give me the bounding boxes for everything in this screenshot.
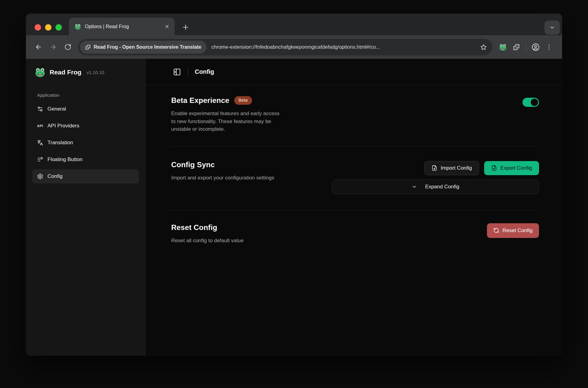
reload-button[interactable] bbox=[60, 40, 75, 55]
config-sync-actions: Import Config Export Config Expand Confi… bbox=[332, 161, 539, 194]
api-icon: API bbox=[37, 124, 43, 128]
sidebar: Read Frog v1.10.10 Application General A… bbox=[26, 59, 145, 356]
extensions-button[interactable] bbox=[510, 40, 523, 55]
extension-name-chip[interactable]: Read Frog - Open Source Immersive Transl… bbox=[80, 41, 206, 54]
extension-chip-label: Read Frog - Open Source Immersive Transl… bbox=[94, 44, 201, 50]
sidebar-item-label: General bbox=[47, 106, 66, 112]
chevron-down-icon bbox=[549, 24, 555, 31]
sidebar-nav: General API API Providers Translation Fl… bbox=[32, 102, 139, 183]
export-config-label: Export Config bbox=[500, 165, 532, 171]
page-header: Config bbox=[145, 59, 562, 85]
sidebar-item-api-providers[interactable]: API API Providers bbox=[32, 119, 139, 133]
languages-icon bbox=[37, 140, 43, 146]
toggle-knob bbox=[531, 99, 538, 106]
sidebar-item-floating-button[interactable]: Floating Button bbox=[32, 153, 139, 167]
beta-experience-description: Enable experimental features and early a… bbox=[171, 110, 285, 133]
browser-toolbar: Read Frog - Open Source Immersive Transl… bbox=[26, 35, 562, 59]
toolbar-right-cluster bbox=[496, 40, 556, 55]
browser-window: Options | Read Frog Read Frog - Open Sou… bbox=[26, 14, 562, 356]
back-button[interactable] bbox=[31, 40, 46, 55]
beta-experience-section: Beta Experience Beta Enable experimental… bbox=[171, 85, 539, 146]
config-sync-text: Config Sync Import and export your confi… bbox=[171, 160, 274, 182]
reset-config-text: Reset Config Reset all config to default… bbox=[171, 223, 243, 245]
settings-content: Beta Experience Beta Enable experimental… bbox=[145, 85, 562, 257]
frog-favicon-icon bbox=[74, 23, 81, 30]
browser-menu-button[interactable] bbox=[542, 40, 556, 55]
sidebar-item-label: Translation bbox=[47, 140, 73, 146]
panel-collapse-icon[interactable] bbox=[173, 68, 181, 76]
minimize-window-button[interactable] bbox=[45, 24, 51, 31]
bookmark-star-icon[interactable] bbox=[480, 44, 487, 51]
app-version: v1.10.10 bbox=[87, 70, 104, 75]
tab-search-button[interactable] bbox=[545, 21, 560, 35]
file-up-icon bbox=[491, 165, 497, 171]
sidebar-item-config[interactable]: Config bbox=[32, 169, 139, 183]
sidebar-item-translation[interactable]: Translation bbox=[32, 136, 139, 150]
tab-close-icon[interactable] bbox=[164, 24, 170, 29]
sidebar-item-label: Config bbox=[47, 173, 62, 179]
sliders-icon bbox=[37, 106, 43, 112]
import-config-label: Import Config bbox=[441, 165, 472, 171]
floating-button-icon bbox=[37, 156, 43, 163]
beta-experience-text: Beta Experience Beta Enable experimental… bbox=[171, 96, 285, 133]
url-text: chrome-extension://fnfedoabnchafgkeeponm… bbox=[211, 44, 480, 50]
expand-config-button[interactable]: Expand Config bbox=[332, 179, 539, 194]
browser-tab[interactable]: Options | Read Frog bbox=[69, 18, 175, 35]
export-config-button[interactable]: Export Config bbox=[484, 161, 539, 175]
file-down-icon bbox=[432, 165, 437, 171]
main-panel: Config Beta Experience Beta Enable exper… bbox=[145, 59, 562, 356]
read-frog-logo-icon bbox=[35, 67, 46, 78]
gear-icon bbox=[37, 173, 43, 179]
page-title: Config bbox=[195, 68, 214, 75]
beta-experience-title: Beta Experience bbox=[171, 96, 229, 105]
fullscreen-window-button[interactable] bbox=[55, 24, 62, 31]
sidebar-item-label: Floating Button bbox=[47, 156, 82, 163]
app-name: Read Frog bbox=[50, 69, 81, 76]
config-sync-description: Import and export your configuration set… bbox=[171, 174, 274, 182]
sidebar-section-label: Application bbox=[37, 92, 139, 98]
beta-experience-toggle[interactable] bbox=[522, 98, 539, 107]
extension-options-page: Read Frog v1.10.10 Application General A… bbox=[26, 59, 562, 356]
address-bar[interactable]: Read Frog - Open Source Immersive Transl… bbox=[78, 39, 492, 55]
reset-config-section: Reset Config Reset all config to default… bbox=[171, 210, 539, 258]
reset-config-button[interactable]: Reset Config bbox=[487, 223, 539, 238]
expand-config-label: Expand Config bbox=[425, 184, 459, 190]
new-tab-button[interactable] bbox=[182, 23, 190, 31]
sidebar-item-label: API Providers bbox=[47, 123, 79, 129]
header-separator bbox=[188, 68, 188, 76]
reset-config-title: Reset Config bbox=[171, 223, 217, 232]
tab-title: Options | Read Frog bbox=[85, 24, 161, 29]
sidebar-item-general[interactable]: General bbox=[32, 102, 139, 116]
app-logo-row: Read Frog v1.10.10 bbox=[32, 67, 139, 78]
extension-puzzle-icon bbox=[85, 44, 91, 50]
import-config-button[interactable]: Import Config bbox=[424, 161, 479, 175]
chevron-down-icon bbox=[412, 184, 417, 190]
profile-button[interactable] bbox=[529, 40, 542, 55]
config-sync-title: Config Sync bbox=[171, 160, 215, 169]
config-sync-section: Config Sync Import and export your confi… bbox=[171, 146, 539, 210]
reset-config-label: Reset Config bbox=[503, 228, 533, 234]
refresh-ccw-icon bbox=[493, 228, 499, 233]
window-controls bbox=[35, 24, 62, 31]
reset-config-description: Reset all config to default value bbox=[171, 237, 243, 245]
forward-button[interactable] bbox=[46, 40, 60, 55]
tab-strip: Options | Read Frog bbox=[26, 14, 562, 35]
read-frog-extension-button[interactable] bbox=[496, 40, 510, 55]
close-window-button[interactable] bbox=[35, 24, 41, 31]
beta-badge: Beta bbox=[234, 96, 252, 104]
toolbar-separator bbox=[526, 43, 526, 51]
